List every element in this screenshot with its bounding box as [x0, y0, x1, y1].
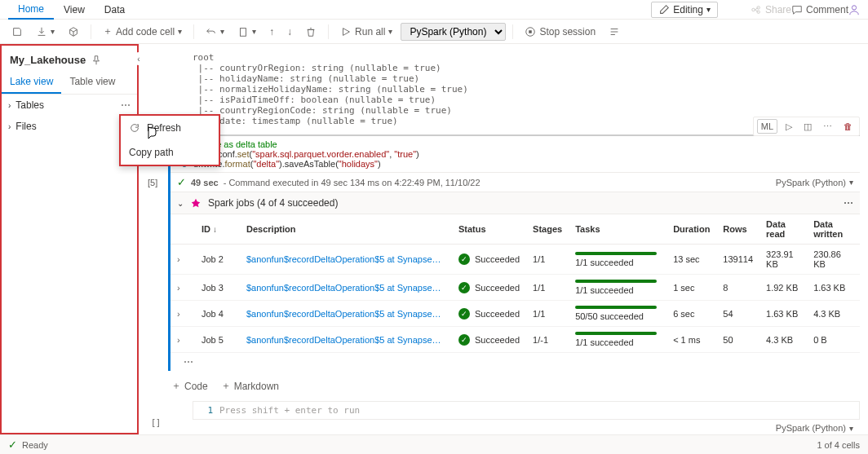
- comment-button[interactable]: Comment: [791, 4, 848, 15]
- ribbon-tab-view[interactable]: View: [54, 1, 95, 19]
- empty-exec-marker: [ ]: [144, 401, 168, 434]
- lakehouse-sidebar: My_Lakehouse ‹ Lake view Table view › Ta…: [0, 44, 139, 434]
- job-tasks: 1/1 succeeded: [569, 275, 666, 301]
- job-status: ✓Succeeded: [458, 334, 520, 346]
- empty-cell-footer: PySpark (Python) ▾: [168, 420, 860, 434]
- ribbon-tab-data[interactable]: Data: [95, 1, 135, 19]
- code-toggle-icon[interactable]: ◫: [800, 120, 815, 134]
- job-description-link[interactable]: $anonfun$recordDeltaOperation$5 at Synap…: [240, 245, 452, 275]
- exec-marker: [5]: [148, 178, 157, 187]
- chevron-down-icon: ▾: [178, 27, 182, 36]
- delete-button[interactable]: [300, 23, 321, 41]
- add-cell-bar: ＋Code ＋Markdown: [168, 371, 860, 401]
- add-code-cell-button[interactable]: ＋ Add code cell ▾: [98, 21, 187, 42]
- save-button[interactable]: [7, 23, 28, 41]
- job-rows: 50: [716, 327, 760, 353]
- check-icon: ✓: [458, 253, 470, 265]
- expand-row-button[interactable]: ›: [177, 309, 180, 319]
- cube-button[interactable]: [63, 23, 84, 41]
- language-select[interactable]: PySpark (Python): [401, 23, 506, 41]
- spark-jobs-header[interactable]: ⌄ Spark jobs (4 of 4 succeeded) ⋯: [170, 192, 860, 214]
- trash-icon: [305, 26, 317, 37]
- share-icon: [751, 4, 762, 15]
- more-rows-indicator[interactable]: ⋯: [170, 353, 860, 371]
- job-data-read: 1.92 KB: [760, 275, 807, 301]
- tree-tables[interactable]: › Tables ⋯: [2, 95, 137, 116]
- sort-icon[interactable]: ↓: [213, 225, 217, 234]
- add-markdown-button[interactable]: ＋Markdown: [221, 379, 279, 393]
- chevron-down-icon: ⌄: [177, 199, 184, 208]
- job-description-link[interactable]: $anonfun$recordDeltaOperation$5 at Synap…: [240, 327, 452, 353]
- trash-icon[interactable]: 🗑: [840, 120, 856, 133]
- job-duration: 1 sec: [666, 275, 716, 301]
- person-icon: [848, 4, 860, 15]
- move-up-button[interactable]: ↑: [264, 23, 279, 41]
- more-icon[interactable]: ⋯: [121, 99, 131, 111]
- job-duration: < 1 ms: [666, 327, 716, 353]
- lake-view-tab[interactable]: Lake view: [2, 71, 61, 94]
- clipboard-button[interactable]: ▾: [232, 23, 261, 41]
- chevron-down-icon: ▾: [388, 27, 392, 36]
- empty-code-cell[interactable]: 1 Press shift + enter to run: [193, 401, 860, 420]
- tree-files[interactable]: › Files: [2, 116, 137, 137]
- share-button[interactable]: Share: [751, 4, 791, 15]
- execution-status: [5] ✓ 49 sec - Command executed in 49 se…: [170, 172, 860, 192]
- variables-button[interactable]: [604, 23, 625, 41]
- job-duration: 13 sec: [666, 245, 716, 275]
- job-stages: 1/-1: [526, 327, 569, 353]
- pin-icon[interactable]: [91, 55, 102, 66]
- toolbar: ▾ ＋ Add code cell ▾ ▾ ▾ ↑ ↓ Run all ▾ Py…: [0, 20, 868, 44]
- table-view-tab[interactable]: Table view: [61, 71, 123, 94]
- expand-row-button[interactable]: ›: [177, 254, 180, 264]
- code-editor[interactable]: 123 # Save as delta table spark.conf.set…: [170, 136, 860, 172]
- chevron-down-icon[interactable]: ▾: [849, 424, 853, 433]
- check-icon: ✓: [177, 176, 186, 188]
- user-avatar[interactable]: [848, 4, 860, 15]
- job-data-written: 0 B: [807, 327, 860, 353]
- job-stages: 1/1: [526, 301, 569, 327]
- run-all-button[interactable]: Run all ▾: [335, 23, 397, 41]
- more-icon[interactable]: ⋯: [844, 197, 853, 209]
- context-menu: Refresh Copy path: [119, 114, 220, 166]
- clipboard-icon: [237, 26, 249, 37]
- job-tasks: 1/1 succeeded: [569, 245, 666, 275]
- chevron-down-icon[interactable]: ▾: [849, 178, 853, 187]
- stop-icon: [525, 26, 536, 37]
- ribbon: Home View Data Editing ▾ Share Comment: [0, 0, 868, 20]
- add-code-button[interactable]: ＋Code: [171, 379, 208, 393]
- table-row: ›Job 4$anonfun$recordDeltaOperation$5 at…: [170, 301, 860, 327]
- job-data-written: 230.86 KB: [807, 245, 860, 275]
- job-rows: 139114: [716, 245, 760, 275]
- lakehouse-title: My_Lakehouse: [2, 46, 137, 71]
- job-description-link[interactable]: $anonfun$recordDeltaOperation$5 at Synap…: [240, 301, 452, 327]
- code-cell: ▷ ▾ ML ▷ ◫ ⋯ 🗑 123 # Save as delta table…: [144, 134, 860, 371]
- job-description-link[interactable]: $anonfun$recordDeltaOperation$5 at Synap…: [240, 275, 452, 301]
- check-icon: ✓: [458, 282, 470, 293]
- ready-icon: ✓: [8, 439, 17, 451]
- job-rows: 54: [716, 301, 760, 327]
- refresh-menu-item[interactable]: Refresh: [121, 116, 219, 140]
- check-icon: ✓: [458, 308, 470, 320]
- more-icon[interactable]: ⋯: [820, 120, 835, 134]
- expand-row-button[interactable]: ›: [177, 283, 180, 293]
- status-bar: ✓ Ready 1 of 4 cells: [0, 434, 868, 454]
- expand-row-button[interactable]: ›: [177, 335, 180, 345]
- copy-path-menu-item[interactable]: Copy path: [121, 140, 219, 165]
- chevron-right-icon: ›: [8, 101, 11, 110]
- job-id: Job 5: [195, 327, 240, 353]
- job-status: ✓Succeeded: [458, 253, 520, 265]
- ml-button[interactable]: ML: [757, 119, 777, 134]
- job-tasks: 50/50 succeeded: [569, 301, 666, 327]
- ribbon-tab-home[interactable]: Home: [8, 0, 54, 20]
- job-id: Job 2: [195, 245, 240, 275]
- code-text: # Save as delta table spark.conf.set("sp…: [193, 139, 860, 169]
- stop-session-button[interactable]: Stop session: [520, 23, 600, 41]
- undo-button[interactable]: ▾: [201, 23, 229, 41]
- run-icon[interactable]: ▷: [782, 120, 795, 134]
- sidebar-view-tabs: Lake view Table view: [2, 71, 137, 95]
- job-data-written: 1.63 KB: [807, 275, 860, 301]
- cube-icon: [68, 26, 79, 37]
- editing-mode[interactable]: Editing ▾: [651, 2, 718, 18]
- download-button[interactable]: ▾: [31, 23, 60, 41]
- move-down-button[interactable]: ↓: [282, 23, 297, 41]
